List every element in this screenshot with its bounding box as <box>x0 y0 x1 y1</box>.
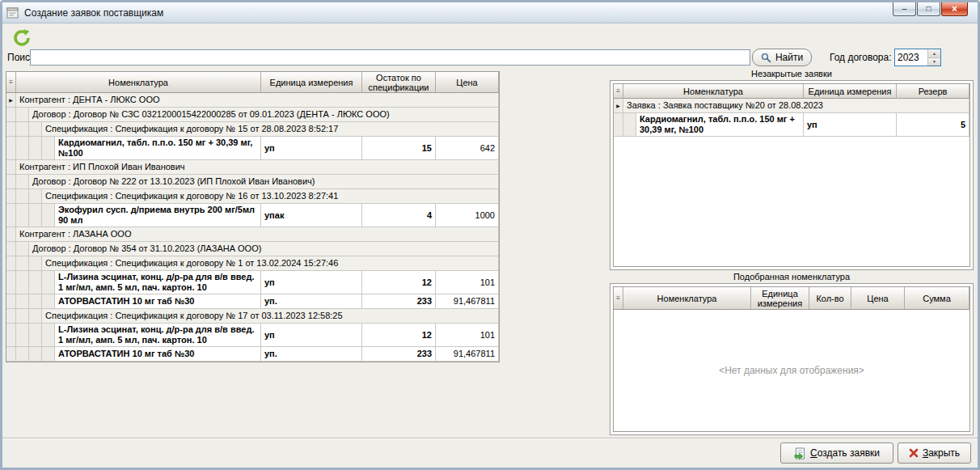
grid-corner-icon: ≡ <box>614 84 623 99</box>
close-form-button[interactable]: Закрыть <box>898 442 971 464</box>
group-label: Контрагент : ДЕНТА - ЛЮКС ООО <box>16 93 499 107</box>
column-header-price[interactable]: Цена <box>851 287 905 310</box>
indent-gutter <box>16 175 29 188</box>
column-header-sum[interactable]: Сумма <box>905 287 969 310</box>
column-header-reserve[interactable]: Резерв <box>897 84 969 99</box>
group-row[interactable]: Спецификация : Спецификация к договору №… <box>6 122 499 137</box>
group-row[interactable]: Спецификация : Спецификация к договору №… <box>6 256 499 271</box>
item-row[interactable]: Кардиомагнил, табл. п.п.о. 150 мг + 30,3… <box>6 137 499 160</box>
group-label: Контрагент : ИП Плохой Иван Иванович <box>16 160 499 174</box>
column-header-rest[interactable]: Остаток по спецификации <box>362 72 436 93</box>
group-row[interactable]: Контрагент : ЛАЗАНА ООО <box>6 227 499 242</box>
row-selector <box>6 227 16 241</box>
refresh-button[interactable] <box>12 28 32 48</box>
item-rest-cell: 12 <box>362 271 436 294</box>
item-row[interactable]: L-Лизина эсцинат, конц. д/р-ра для в/в в… <box>6 324 499 347</box>
group-label: Спецификация : Спецификация к договору №… <box>42 256 499 270</box>
row-selector <box>6 309 16 323</box>
item-unit-cell: уп <box>261 271 362 294</box>
selected-items-grid-header: ≡ Номенклатура Единица измерения Кол-во … <box>614 287 969 310</box>
item-row[interactable]: АТОРВАСТАТИН 10 мг таб №30уп.23391,46781… <box>6 294 499 309</box>
group-row[interactable]: Спецификация : Спецификация к договору №… <box>6 189 499 204</box>
specifications-grid-header: ≡ Номенклатура Единица измерения Остаток… <box>6 72 499 93</box>
item-row[interactable]: L-Лизина эсцинат, конц. д/р-ра для в/в в… <box>6 271 499 294</box>
row-selector <box>6 294 16 308</box>
item-row[interactable]: Кардиомагнил, табл. п.п.о. 150 мг + 30,3… <box>614 113 969 137</box>
item-row[interactable]: АТОРВАСТАТИН 10 мг таб №30уп.23391,46781… <box>6 347 499 362</box>
column-header-nomenclature[interactable]: Номенклатура <box>16 72 261 93</box>
maximize-button[interactable]: □ <box>917 2 940 16</box>
close-window-button[interactable]: × <box>941 2 968 16</box>
item-rest-cell: 4 <box>362 204 436 227</box>
spin-down-button[interactable]: ▼ <box>928 58 940 66</box>
column-header-unit[interactable]: Единица измерения <box>804 84 897 99</box>
item-row[interactable]: Экофурил сусп. д/приема внутрь 200 мг/5м… <box>6 204 499 227</box>
contract-year-input[interactable] <box>895 49 927 66</box>
item-unit-cell: уп <box>804 113 897 136</box>
column-header-price[interactable]: Цена <box>436 72 499 93</box>
indent-gutter <box>16 271 55 294</box>
item-unit-cell: уп. <box>261 347 362 361</box>
titlebar[interactable]: Создание заявок поставщикам – □ × <box>2 2 978 23</box>
indent-gutter <box>16 324 55 346</box>
contract-year-label: Год договора: <box>830 52 892 63</box>
row-selector <box>6 175 16 188</box>
row-selector <box>6 256 16 270</box>
item-price-cell: 1000 <box>436 204 499 227</box>
find-button[interactable]: Найти <box>752 49 812 66</box>
item-price-cell: 91,467811 <box>436 347 499 361</box>
column-header-unit[interactable]: Единица измерения <box>261 72 362 93</box>
indent-gutter <box>16 347 55 361</box>
spin-up-button[interactable]: ▲ <box>928 49 940 58</box>
column-header-unit[interactable]: Единица измерения <box>751 287 809 310</box>
item-unit-cell: уп <box>261 324 362 346</box>
find-button-label: Найти <box>775 52 803 63</box>
app-window: Создание заявок поставщикам – □ × Поиск:… <box>0 0 980 470</box>
create-requests-icon <box>794 447 806 459</box>
group-row[interactable]: ▶Заявка : Заявка поставщику №20 от 28.08… <box>614 99 969 113</box>
close-x-icon <box>909 448 919 458</box>
group-label: Контрагент : ЛАЗАНА ООО <box>16 227 499 241</box>
item-price-cell: 101 <box>436 271 499 294</box>
item-unit-cell: уп <box>261 137 362 159</box>
group-row[interactable]: Договор : Договор № СЗС 0321200015422000… <box>6 108 499 122</box>
group-row[interactable]: Договор : Договор № 222 от 13.10.2023 (И… <box>6 175 499 189</box>
row-selector <box>6 137 16 159</box>
group-row[interactable]: Контрагент : ИП Плохой Иван Иванович <box>6 160 499 175</box>
item-unit-cell: упак <box>261 204 362 227</box>
create-requests-button[interactable]: Создать заявки <box>780 442 893 464</box>
empty-data-text: <Нет данных для отображения> <box>614 310 969 431</box>
open-requests-panel: Незакрытые заявки ≡ Номенклатура Единица… <box>610 69 974 270</box>
row-selector <box>6 242 16 256</box>
indent-gutter <box>16 256 42 270</box>
spinner-buttons: ▲ ▼ <box>927 49 940 66</box>
row-selector: ▶ <box>6 93 16 107</box>
column-header-nomenclature[interactable]: Номенклатура <box>623 84 804 99</box>
indent-gutter <box>16 204 55 227</box>
item-name-cell: Экофурил сусп. д/приема внутрь 200 мг/5м… <box>55 204 261 227</box>
group-label: Спецификация : Спецификация к договору №… <box>42 309 499 323</box>
group-row[interactable]: ▶Контрагент : ДЕНТА - ЛЮКС ООО <box>6 93 499 108</box>
row-selector <box>6 271 16 294</box>
item-name-cell: L-Лизина эсцинат, конц. д/р-ра для в/в в… <box>55 271 261 294</box>
group-label: Спецификация : Спецификация к договору №… <box>42 189 499 203</box>
group-row[interactable]: Договор : Договор № 354 от 31.10.2023 (Л… <box>6 242 499 256</box>
row-selector <box>6 160 16 174</box>
open-requests-title: Незакрытые заявки <box>610 69 974 79</box>
column-header-nomenclature[interactable]: Номенклатура <box>623 287 751 310</box>
indent-gutter <box>623 113 636 136</box>
minimize-button[interactable]: – <box>893 2 916 16</box>
item-rest-cell: 15 <box>362 137 436 159</box>
item-price-cell: 101 <box>436 324 499 346</box>
indent-gutter <box>16 122 42 136</box>
column-header-quantity[interactable]: Кол-во <box>809 287 851 310</box>
indent-gutter <box>16 108 29 121</box>
item-name-cell: L-Лизина эсцинат, конц. д/р-ра для в/в в… <box>55 324 261 346</box>
item-rest-cell: 233 <box>362 294 436 308</box>
row-selector: ▶ <box>614 99 623 112</box>
search-input[interactable] <box>30 49 750 66</box>
row-selector <box>6 108 16 121</box>
group-row[interactable]: Спецификация : Спецификация к договору №… <box>6 309 499 324</box>
row-selector <box>6 204 16 227</box>
group-label: Договор : Договор № 222 от 13.10.2023 (И… <box>29 175 499 188</box>
